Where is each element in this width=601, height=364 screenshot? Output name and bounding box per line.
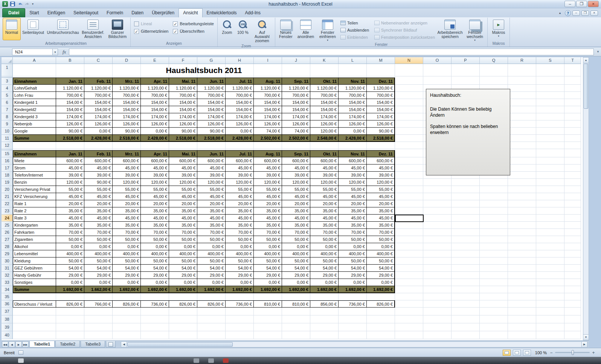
cell-F36[interactable]: 826,00 € [169,300,197,308]
cell-J34[interactable]: 1.692,00 € [282,286,310,293]
full-screen-button[interactable]: Ganzer Bildschirm [106,18,129,40]
cell-A22[interactable]: Rate 1 [13,200,56,207]
row-header-17[interactable]: 17 [2,164,13,172]
cell-F39[interactable] [169,323,197,331]
cell-C17[interactable]: 45,00 € [84,164,113,172]
cell-G1[interactable] [197,64,226,76]
cell-N38[interactable] [395,315,423,323]
cell-K34[interactable]: 1.692,00 € [310,286,339,293]
cell-B40[interactable] [56,331,84,339]
cell-R38[interactable] [508,315,536,323]
cell-B1[interactable] [56,64,84,76]
cell-D20[interactable]: 55,00 € [113,186,141,193]
cell-G27[interactable]: 50,00 € [197,236,226,243]
cell-L21[interactable]: 45,00 € [339,193,367,200]
cell-R25[interactable] [508,222,536,229]
cell-B18[interactable]: 39,00 € [56,172,84,179]
column-header-H[interactable]: H [226,57,254,64]
cell-E23[interactable]: 35,00 € [141,207,169,215]
cell-E1[interactable] [141,64,169,76]
cell-R20[interactable] [508,186,536,193]
column-header-M[interactable]: M [367,57,395,64]
cell-T6[interactable] [564,99,581,106]
cell-F22[interactable]: 20,00 € [169,200,197,207]
cell-F15[interactable]: Mai. 11 [169,150,197,157]
cell-F18[interactable]: 39,00 € [169,172,197,179]
cell-O23[interactable] [423,207,452,215]
cell-K18[interactable]: 39,00 € [310,172,339,179]
cell-C26[interactable]: 70,00 € [84,229,113,236]
cell-I33[interactable]: 0,00 € [254,279,282,286]
cell-F35[interactable] [169,293,197,300]
cell-C15[interactable]: Feb. 11 [84,150,113,157]
cell-G10[interactable]: 90,00 € [197,128,226,135]
cell-Q32[interactable] [480,272,508,279]
cell-K4[interactable]: 1.120,00 € [310,85,339,92]
cell-S30[interactable] [536,257,564,265]
cell-R9[interactable] [508,120,536,128]
cell-S19[interactable] [536,179,564,186]
column-header-O[interactable]: O [423,57,452,64]
cell-H19[interactable]: 120,00 € [226,179,254,186]
cell-L22[interactable]: 20,00 € [339,200,367,207]
name-box[interactable]: N24 [12,49,53,55]
cell-T10[interactable] [564,128,581,135]
cell-H27[interactable]: 50,00 € [226,236,254,243]
cell-A20[interactable]: Versicherung Privat [13,186,56,193]
cell-O24[interactable] [423,215,452,222]
cell-S35[interactable] [536,293,564,300]
cell-L4[interactable]: 1.120,00 € [339,85,367,92]
cell-P38[interactable] [452,315,480,323]
cell-E28[interactable]: 0,00 € [141,243,169,250]
cell-P20[interactable] [452,186,480,193]
vertical-scrollbar[interactable]: ▲ ▼ [583,57,589,340]
cell-T40[interactable] [564,331,581,339]
cell-I3[interactable]: Aug. 11 [254,78,282,85]
cell-Q25[interactable] [480,222,508,229]
cell-I17[interactable]: 45,00 € [254,164,282,172]
cell-F38[interactable] [169,315,197,323]
cell-O39[interactable] [423,323,452,331]
cell-C7[interactable]: 154,00 € [84,106,113,113]
cell-E29[interactable]: 400,00 € [141,250,169,257]
cell-S15[interactable] [536,150,564,157]
cell-L24[interactable]: 45,00 € [339,215,367,222]
cell-T11[interactable] [564,135,581,142]
cell-H3[interactable]: Jul. 11 [226,78,254,85]
cell-B10[interactable]: 90,00 € [56,128,84,135]
cell-P34[interactable] [452,286,480,293]
cell-J38[interactable] [282,315,310,323]
cell-P40[interactable] [452,331,480,339]
cell-M12[interactable] [367,142,395,149]
tab-seitenlayout[interactable]: Seitenlayout [69,9,102,17]
scroll-right-icon[interactable]: ▶ [581,342,587,347]
cell-O27[interactable] [423,236,452,243]
insert-worksheet-tab[interactable] [106,341,116,347]
cell-P22[interactable] [452,200,480,207]
cell-I16[interactable]: 600,00 € [254,157,282,164]
cell-T16[interactable] [564,157,581,164]
cell-K35[interactable] [310,293,339,300]
cell-F6[interactable]: 154,00 € [169,99,197,106]
cell-I8[interactable]: 174,00 € [254,113,282,120]
cell-G11[interactable]: 2.518,00 € [197,135,226,142]
cell-T32[interactable] [564,272,581,279]
row-header-22[interactable]: 22 [2,200,13,207]
column-header-G[interactable]: G [197,57,226,64]
cell-I12[interactable] [254,142,282,149]
cell-A1[interactable] [13,64,56,76]
cell-G16[interactable]: 600,00 € [197,157,226,164]
cell-T36[interactable] [564,300,581,308]
cell-D15[interactable]: Mrz. 11 [113,150,141,157]
cell-M38[interactable] [367,315,395,323]
cell-R22[interactable] [508,200,536,207]
cell-N12[interactable] [395,142,423,149]
cell-H12[interactable] [226,142,254,149]
cell-Q36[interactable] [480,300,508,308]
cell-B36[interactable]: 826,00 € [56,300,84,308]
cell-B7[interactable]: 154,00 € [56,106,84,113]
cell-S32[interactable] [536,272,564,279]
cell-B30[interactable]: 50,00 € [56,257,84,265]
cell-H28[interactable]: 0,00 € [226,243,254,250]
scroll-up-icon[interactable]: ▲ [583,58,589,63]
